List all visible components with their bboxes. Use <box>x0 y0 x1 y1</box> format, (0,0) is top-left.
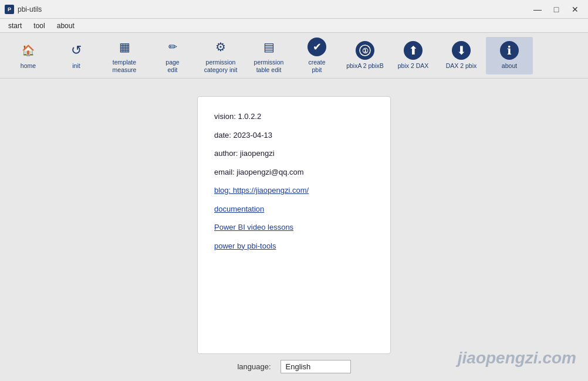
toolbar-page-edit[interactable]: ✏ page edit <box>149 35 196 76</box>
menu-bar: start tool about <box>0 19 588 33</box>
title-bar-controls: — □ ✕ <box>529 4 583 15</box>
menu-about[interactable]: about <box>51 21 80 31</box>
toolbar-about-label: about <box>502 62 517 70</box>
maximize-button[interactable]: □ <box>548 4 565 15</box>
toolbar-create-pbit-label: create pbit <box>308 59 325 73</box>
language-label: language: <box>237 362 271 371</box>
documentation-link[interactable]: documentation <box>214 205 264 213</box>
toolbar-pbixA-label: pbixA 2 pbixB <box>346 62 384 70</box>
title-bar: P pbi-utils — □ ✕ <box>0 0 588 19</box>
page-edit-icon: ✏ <box>163 38 182 56</box>
toolbar-home-label: home <box>21 62 36 70</box>
toolbar-about[interactable]: ℹ about <box>486 37 533 74</box>
toolbar-pbix-2-DAX-label: pbix 2 DAX <box>398 62 429 70</box>
toolbar-create-pbit[interactable]: ✔ create pbit <box>293 35 340 76</box>
permission-category-icon: ⚙ <box>211 38 230 56</box>
about-panel: vision: 1.0.2.2 date: 2023-04-13 author:… <box>197 96 391 354</box>
svg-text:①: ① <box>362 47 369 55</box>
permission-table-icon: ▤ <box>259 38 278 56</box>
init-icon: ↺ <box>67 41 86 60</box>
close-button[interactable]: ✕ <box>567 4 583 15</box>
toolbar-DAX-2-pbix[interactable]: ⬇ DAX 2 pbix <box>438 37 485 74</box>
watermark: jiaopengzi.com <box>458 349 576 368</box>
toolbar: 🏠 home ↺ init ▦ template measure ✏ page … <box>0 33 588 79</box>
toolbar-template-measure[interactable]: ▦ template measure <box>101 35 148 76</box>
language-input[interactable] <box>281 360 351 373</box>
pbixA-2-pbixB-icon: ① <box>356 41 374 60</box>
menu-tool[interactable]: tool <box>28 21 50 31</box>
about-icon: ℹ <box>500 41 519 60</box>
language-section: language: <box>237 354 350 379</box>
create-pbit-icon: ✔ <box>307 38 326 56</box>
blog-link[interactable]: blog: https://jiaopengzi.com/ <box>214 186 309 195</box>
toolbar-init-label: init <box>72 62 80 70</box>
toolbar-permission-category-label: permission category init <box>204 59 238 73</box>
version-row: vision: 1.0.2.2 <box>214 111 374 123</box>
toolbar-permission-table-label: permission table edit <box>254 59 284 73</box>
power-link[interactable]: power by pbi-tools <box>214 241 276 250</box>
app-icon: P <box>5 5 14 14</box>
minimize-button[interactable]: — <box>529 4 546 15</box>
menu-start[interactable]: start <box>2 21 28 31</box>
template-measure-icon: ▦ <box>115 38 134 56</box>
DAX-2-pbix-icon: ⬇ <box>452 41 471 60</box>
author-row: author: jiaopengzi <box>214 148 374 159</box>
date-row: date: 2023-04-13 <box>214 130 374 141</box>
main-content: vision: 1.0.2.2 date: 2023-04-13 author:… <box>0 79 588 381</box>
toolbar-permission-table-edit[interactable]: ▤ permission table edit <box>245 35 292 76</box>
video-link[interactable]: Power BI video lessons <box>214 223 293 232</box>
toolbar-template-label: template measure <box>113 59 137 73</box>
toolbar-pbixA-2-pbixB[interactable]: ① pbixA 2 pbixB <box>342 37 388 74</box>
toolbar-permission-category-init[interactable]: ⚙ permission category init <box>197 35 244 76</box>
title-bar-left: P pbi-utils <box>5 5 42 14</box>
toolbar-pbix-2-DAX[interactable]: ⬆ pbix 2 DAX <box>390 37 437 74</box>
toolbar-home[interactable]: 🏠 home <box>5 37 52 74</box>
email-row: email: jiaopengzi@qq.com <box>214 166 374 178</box>
window-title: pbi-utils <box>18 5 42 13</box>
home-icon: 🏠 <box>19 41 38 60</box>
toolbar-init[interactable]: ↺ init <box>53 37 100 74</box>
pbix-2-DAX-icon: ⬆ <box>404 41 423 60</box>
toolbar-page-edit-label: page edit <box>165 59 179 73</box>
toolbar-DAX-2-pbix-label: DAX 2 pbix <box>446 62 477 70</box>
